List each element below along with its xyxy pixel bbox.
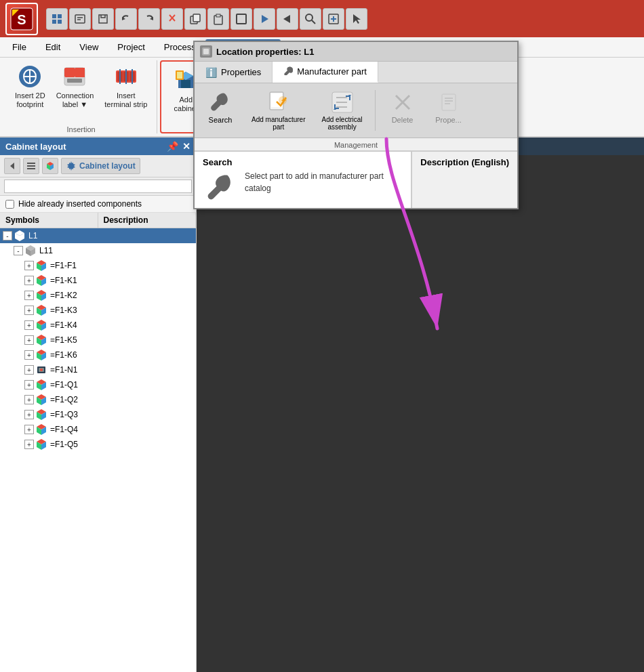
expand-f1-q4[interactable]: + [24,425,34,434]
expand-f1-k1[interactable]: + [24,276,34,285]
f1-q4-icon [35,423,47,436]
insert-2d-footprint-btn[interactable]: Insert 2Dfootprint [11,60,49,112]
dialog-properties-btn[interactable]: Prope... [428,87,469,133]
search-desc-text: Select part to add in manufacturer part … [245,170,403,194]
col-headers: Symbols Description [0,213,196,228]
cut-btn[interactable] [161,8,183,30]
search-content: Select part to add in manufacturer part … [203,170,403,203]
tree-row-f1-q2[interactable]: + =F1-Q2 [0,392,196,407]
expand-l1[interactable]: - [3,231,12,240]
tab-manufacturer-part[interactable]: Manufacturer part [273,62,378,83]
panel-list-btn[interactable] [23,158,39,174]
tree-row-f1-f1[interactable]: + =F1-F1 [0,258,196,273]
expand-f1-k2[interactable]: + [24,291,34,300]
menu-project[interactable]: Project [108,39,154,55]
tree-row-l11[interactable]: - L11 [0,243,196,258]
expand-f1-f1[interactable]: + [24,261,34,270]
cursor-btn[interactable] [346,8,367,30]
expand-f1-q3[interactable]: + [24,410,34,419]
l1-icon [14,230,26,242]
menu-view[interactable]: View [70,39,108,55]
tree-row-f1-q5[interactable]: + =F1-Q5 [0,437,196,452]
f1-k6-icon [35,349,47,361]
tree-row-f1-n1[interactable]: + =F1-N1 [0,362,196,377]
expand-f1-k5[interactable]: + [24,335,34,345]
dialog-delete-btn[interactable]: Delete [382,87,423,133]
l11-icon [24,245,37,257]
menu-file[interactable]: File [3,39,36,55]
f1-k6-label: =F1-K6 [50,350,77,360]
f1-q2-label: =F1-Q2 [50,395,78,404]
app-logo: S [5,3,38,35]
dialog-add-manufacturer-btn[interactable]: ✦ Add manufacturerpart [246,87,311,133]
right-area: 02 02 - Commar [197,138,644,672]
redo-btn[interactable] [138,8,160,30]
f1-q5-label: =F1-Q5 [50,440,78,449]
tree-row-f1-k3[interactable]: + =F1-K3 [0,303,196,318]
svg-rect-43 [181,80,190,88]
panel-header: Cabinet layout 📌 ✕ [0,138,196,155]
dialog-search-btn[interactable]: Search [200,87,241,133]
expand-f1-q1[interactable]: + [24,380,34,390]
expand-f1-k6[interactable]: + [24,350,34,360]
close-icon[interactable]: ✕ [182,141,190,152]
back-btn[interactable] [277,8,298,30]
f1-q4-label: =F1-Q4 [50,425,78,434]
search-wrench-icon [203,170,237,203]
expand-f1-q2[interactable]: + [24,395,34,404]
tab-properties[interactable]: ℹ️ Properties [195,62,273,83]
expand-l11[interactable]: - [14,246,23,255]
expand-f1-k3[interactable]: + [24,306,34,315]
tree-row-f1-k6[interactable]: + =F1-K6 [0,348,196,362]
svg-marker-26 [353,14,361,24]
tb-icon-3[interactable] [92,8,114,30]
pin-icon[interactable]: 📌 [167,141,178,152]
hide-components-checkbox[interactable] [5,200,14,209]
expand-f1-n1[interactable]: + [24,365,34,375]
canvas-area[interactable] [197,155,644,672]
search-toolbar-btn[interactable] [300,8,321,30]
dialog-title-bar: Location properties: L1 [195,42,517,62]
expand-f1-k4[interactable]: + [24,320,34,330]
tree-row-f1-k5[interactable]: + =F1-K5 [0,333,196,348]
tree-row-l1[interactable]: - L1 [0,228,196,243]
search-description: Select part to add in manufacturer part … [245,170,403,194]
svg-rect-32 [75,68,85,77]
tree-row-f1-q1[interactable]: + =F1-Q1 [0,377,196,392]
panel-gear-btn[interactable]: Cabinet layout [61,158,140,174]
tree-row-f1-q3[interactable]: + =F1-Q3 [0,407,196,422]
dialog-add-electrical-btn[interactable]: Add electricalassembly [317,87,368,133]
paste-btn[interactable] [207,8,229,30]
dialog-search-section: Search Select part to add in manufacture… [195,150,517,208]
expand-f1-q5[interactable]: + [24,440,34,449]
tb-icon-1[interactable] [46,8,68,30]
tree-area[interactable]: - L1 - L11 + =F1-F1 [0,228,196,672]
tree-row-f1-k4[interactable]: + =F1-K4 [0,318,196,333]
play-btn[interactable] [254,8,275,30]
tree-row-f1-k2[interactable]: + =F1-K2 [0,288,196,303]
svg-rect-3 [52,14,56,18]
tb-icon-2[interactable] [69,8,91,30]
cabinet-search-input[interactable] [4,180,192,193]
copy-btn[interactable] [184,8,206,30]
undo-btn[interactable] [115,8,137,30]
panel-toolbar: Cabinet layout [0,155,196,177]
wrench-tab-icon [283,66,293,77]
menu-edit[interactable]: Edit [36,39,70,55]
f1-k1-icon [35,274,47,287]
connection-label-btn[interactable]: Connectionlabel ▼ [52,60,98,112]
svg-rect-33 [67,79,82,83]
f1-q3-label: =F1-Q3 [50,410,78,419]
f1-k1-label: =F1-K1 [50,276,77,285]
insert-terminal-strip-btn[interactable]: Insertterminal strip [100,60,151,112]
tree-row-f1-q4[interactable]: + =F1-Q4 [0,422,196,437]
f1-f1-icon [35,259,47,272]
tree-row-f1-k1[interactable]: + =F1-K1 [0,273,196,288]
panel-cube-btn[interactable] [42,158,58,174]
border-btn[interactable] [230,8,252,30]
panel-back-btn[interactable] [4,158,20,174]
f1-q1-label: =F1-Q1 [50,380,78,390]
zoom-btn[interactable] [323,8,344,30]
insert-terminal-icon [113,63,140,90]
tab-manufacturer-label: Manufacturer part [297,66,367,77]
